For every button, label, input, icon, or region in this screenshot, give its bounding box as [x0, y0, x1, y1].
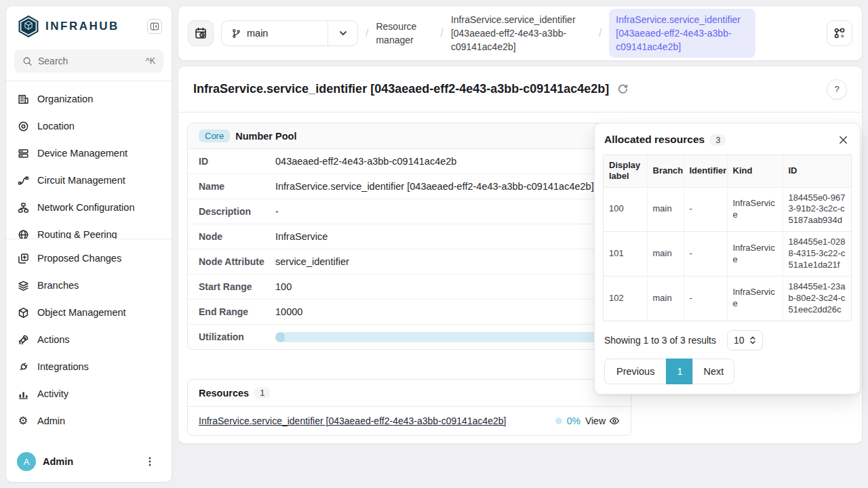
collapse-sidebar-icon[interactable] [147, 19, 162, 34]
search-input[interactable]: Search ^K [14, 49, 163, 73]
breadcrumb-separator: / [366, 27, 368, 39]
table-row[interactable]: 102 main - InfraService 184455e1-23ab-80… [604, 276, 851, 320]
avatar: A [17, 452, 36, 471]
branch-name: main [247, 28, 268, 39]
previous-page-button[interactable]: Previous [604, 359, 667, 384]
cell-identifier: - [684, 187, 727, 232]
refresh-icon[interactable] [617, 83, 629, 95]
table-row[interactable]: 100 main - InfraService 184455e0-9673-91… [604, 187, 851, 232]
sidebar-item-integrations[interactable]: Integrations [6, 353, 172, 380]
select-chevrons-icon [749, 336, 756, 344]
close-icon[interactable] [835, 132, 850, 147]
resources-count-badge: 1 [254, 387, 270, 399]
breadcrumb-separator: / [440, 27, 443, 39]
col-kind: Kind [727, 155, 783, 187]
view-button[interactable]: View [585, 415, 620, 426]
sidebar-item-network-configuration[interactable]: Network Configuration [6, 194, 172, 221]
cube-icon [17, 306, 29, 319]
kebab-menu-icon[interactable] [149, 456, 161, 467]
sidebar-item-label: Admin [37, 415, 65, 426]
search-icon [22, 56, 33, 66]
page-body: Core Number Pool ID 043aeaed-eff2-4e43-a… [178, 113, 862, 443]
page-size-value: 10 [734, 335, 745, 346]
card-title: Number Pool [235, 131, 296, 142]
sidebar-item-circuit-management[interactable]: Circuit Management [6, 167, 172, 194]
cell-kind: InfraService [727, 187, 783, 232]
sidebar-item-label: Routing & Peering [37, 229, 117, 239]
cell-display-label: 101 [604, 232, 647, 277]
sidebar-item-admin[interactable]: ⚙ Admin [6, 407, 172, 434]
sidebar-item-label: Location [37, 121, 75, 131]
col-branch: Branch [647, 155, 684, 187]
field-value: - [275, 206, 279, 217]
user-name: Admin [43, 456, 142, 467]
panel-title: Allocated resources [604, 134, 705, 146]
field-label: ID [199, 156, 275, 167]
page-size-select[interactable]: 10 [727, 330, 763, 350]
eye-icon [609, 415, 620, 426]
search-shortcut: ^K [146, 56, 155, 66]
building-icon [17, 93, 29, 105]
breadcrumb-separator: / [599, 27, 601, 39]
sidebar-item-organization[interactable]: Organization [6, 85, 172, 113]
sidebar-item-proposed-changes[interactable]: Proposed Changes [6, 245, 172, 272]
table-row[interactable]: 101 main - InfraService 184455e1-0288-43… [604, 232, 851, 277]
time-travel-button[interactable] [188, 20, 214, 46]
logo-row: INFRAHUB [6, 6, 172, 44]
cell-id: 184455e1-23ab-80e2-3c24-c51eec2dd26c [783, 276, 851, 320]
breadcrumb-current[interactable]: InfraService.service_identifier [043aeae… [609, 9, 755, 58]
schema-graph-button[interactable] [827, 20, 852, 46]
server-icon [17, 147, 29, 159]
sidebar-item-label: Device Management [37, 148, 127, 159]
col-id: ID [783, 155, 851, 187]
search-placeholder: Search [38, 56, 140, 66]
breadcrumb-pool[interactable]: InfraService.service_identifier [043aeae… [451, 13, 591, 54]
chevron-down-icon[interactable] [328, 21, 357, 45]
sidebar-item-object-management[interactable]: Object Management [6, 299, 172, 326]
breadcrumb-resource-manager[interactable]: Resource manager [376, 20, 433, 47]
cell-display-label: 100 [604, 187, 647, 232]
top-bar: main / Resource manager / InfraService.s… [178, 5, 863, 61]
pagination-controls: Previous 1 Next [595, 357, 860, 394]
sidebar-item-actions[interactable]: Actions [6, 326, 172, 353]
sidebar-item-label: Organization [37, 94, 93, 104]
help-button[interactable]: ? [827, 79, 847, 100]
view-label: View [585, 415, 606, 426]
branch-selector[interactable]: main [221, 20, 358, 46]
resources-title: Resources [199, 388, 249, 399]
sidebar-item-label: Branches [37, 280, 79, 291]
sidebar-item-branches[interactable]: Branches [6, 272, 172, 299]
pagination-summary-row: Showing 1 to 3 of 3 results 10 [595, 321, 860, 357]
sidebar-item-routing-peering[interactable]: Routing & Peering [6, 221, 172, 239]
sidebar-item-device-management[interactable]: Device Management [6, 140, 172, 167]
col-display-label: Display label [604, 155, 647, 187]
sidebar-item-location[interactable]: Location [6, 113, 172, 140]
sidebar: INFRAHUB Search ^K Organization Location [5, 5, 172, 483]
field-value: 10000 [275, 306, 302, 317]
field-value: 043aeaed-eff2-4e43-a3bb-c09141ac4e2b [275, 156, 456, 167]
resources-card: Resources 1 InfraService.service_identif… [187, 379, 631, 436]
field-label: Start Range [199, 281, 275, 292]
sidebar-item-label: Actions [37, 334, 70, 345]
next-page-button[interactable]: Next [692, 359, 734, 384]
rocket-icon [17, 333, 29, 346]
sidebar-item-label: Integrations [37, 361, 89, 372]
sidebar-item-activity[interactable]: Activity [6, 380, 172, 407]
gear-icon: ⚙ [17, 415, 29, 427]
infrahub-logo-icon [17, 14, 40, 39]
user-menu[interactable]: A Admin [6, 444, 172, 482]
field-label: End Range [199, 306, 275, 317]
allocated-resources-panel: Allocated resources 3 Display label Bran… [594, 123, 861, 394]
cell-id: 184455e0-9673-91b2-3c2c-c5187aab934d [783, 187, 851, 232]
cell-branch: main [647, 276, 684, 320]
field-label: Description [199, 206, 275, 217]
cell-identifier: - [684, 276, 727, 320]
git-branch-icon [231, 28, 241, 39]
page-title: InfraService.service_identifier [043aeae… [193, 82, 609, 96]
diff-icon [17, 252, 29, 264]
resource-link[interactable]: InfraService.service_identifier [043aeae… [199, 415, 507, 426]
cell-kind: InfraService [727, 276, 783, 320]
route-icon [17, 174, 29, 186]
field-label: Node [199, 231, 275, 242]
current-page-button[interactable]: 1 [666, 359, 693, 384]
